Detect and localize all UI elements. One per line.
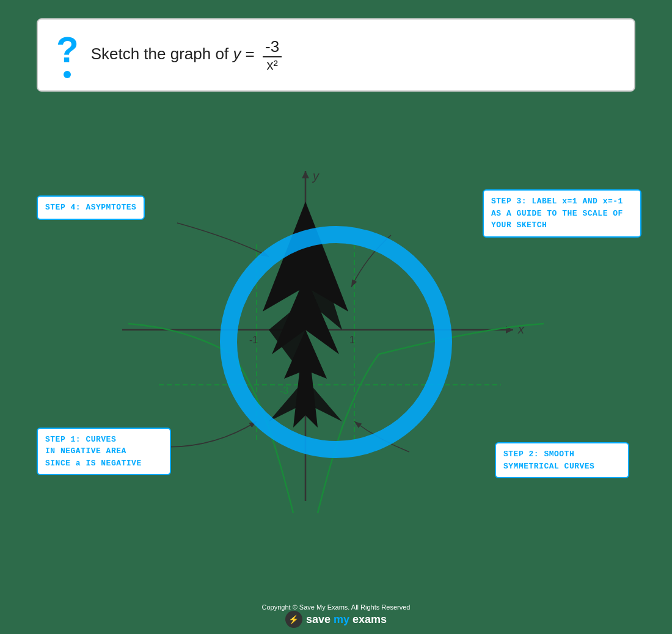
svg-text:y: y <box>312 169 320 183</box>
question-text: Sketch the graph of y = -3 x² <box>91 37 282 73</box>
step3-annotation: STEP 3: LABEL x=1 AND x=-1 AS A GUIDE TO… <box>483 189 641 238</box>
footer: Copyright © Save My Exams. All Rights Re… <box>0 603 672 628</box>
step4-annotation: STEP 4: ASYPMTOTES <box>37 195 145 220</box>
svg-text:x: x <box>517 322 525 336</box>
fraction-denominator: x² <box>264 57 280 73</box>
step2-annotation: STEP 2: SMOOTH SYMMETRICAL CURVES <box>495 442 629 478</box>
blue-circle-decoration <box>220 226 452 458</box>
question-mark-icon: ? <box>56 32 79 78</box>
brand-name: save my exams <box>306 613 387 626</box>
svg-marker-6 <box>302 171 309 178</box>
question-box: ? Sketch the graph of y = -3 x² <box>37 18 635 92</box>
copyright-text: Copyright © Save My Exams. All Rights Re… <box>0 603 672 611</box>
equation-fraction: -3 x² <box>263 37 282 73</box>
step1-annotation: STEP 1: CURVES IN NEGATIVE AREA SINCE a … <box>37 428 171 476</box>
graph-area: y x 1 -1 -3 S <box>0 122 672 585</box>
brand-icon: ⚡ <box>285 611 302 628</box>
fraction-numerator: -3 <box>263 37 282 57</box>
brand-logo-area: ⚡ save my exams <box>0 611 672 628</box>
